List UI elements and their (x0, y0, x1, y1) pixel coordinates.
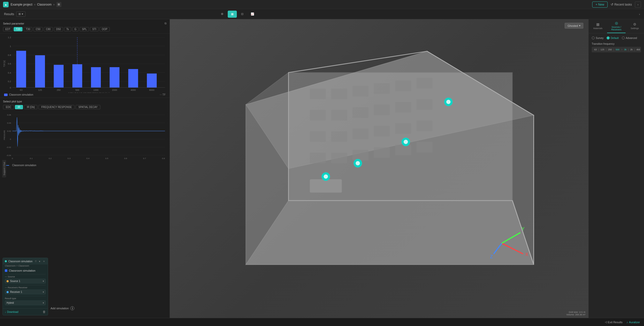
param-btn-d50[interactable]: D50 (54, 27, 63, 31)
results-dropdown[interactable]: ⊞ ▾ (16, 11, 26, 17)
freq-63[interactable]: 63 (593, 48, 598, 51)
tab-materials[interactable]: ▦ Materials (589, 19, 607, 33)
svg-rect-56 (353, 86, 369, 97)
param-btn-spl[interactable]: SPL (80, 27, 89, 31)
view-3d-canvas: X Y Z Ghosted ▾ Grid size: 1×1 m Volume:… (170, 19, 588, 318)
ghosted-button[interactable]: Ghosted ▾ (565, 23, 583, 29)
sim-panel-header: Classroom simulation ⠿ ▾ × (3, 258, 48, 265)
svg-rect-68 (353, 128, 369, 139)
sim-body: Classroom simulation — Source Source 1 ▾… (3, 268, 48, 308)
bar-63 (16, 51, 26, 88)
freq-3k[interactable]: 3k (623, 48, 628, 51)
plot-btn-ir-db[interactable]: IR [Db] (24, 105, 37, 109)
tab-settings-label: Settings (631, 27, 639, 30)
sim-name-row: Classroom simulation (5, 269, 46, 272)
svg-rect-65 (417, 99, 432, 110)
delete-icon[interactable]: 🗑 (43, 310, 46, 314)
add-sim-info-icon[interactable]: ℹ (70, 306, 74, 310)
param-btn-c50[interactable]: C50 (33, 27, 42, 31)
freq-500[interactable]: 500 (615, 48, 620, 51)
svg-text:Y: Y (521, 226, 525, 231)
param-btn-ts[interactable]: Ts (64, 27, 71, 31)
svg-rect-74 (353, 150, 369, 161)
grid-info: Grid size: 1×1 m Volume: 269.36 m³ (566, 311, 585, 316)
results-grid-icon: ⊞ (18, 12, 21, 16)
result-type-label: Result type (5, 296, 46, 300)
download-icon: ↓ (5, 311, 6, 313)
svg-rect-70 (395, 123, 411, 134)
radio-advanced[interactable]: Advanced (622, 36, 637, 39)
plot-btn-ir[interactable]: IR (15, 105, 23, 109)
plot-btn-spatial-decay[interactable]: SPATIAL DECAY (76, 105, 100, 109)
toolbar-grid-icon-btn[interactable]: ▦ (228, 11, 237, 18)
bar-1000 (91, 67, 101, 88)
tab-sources-receivers-label: Sources / Receivers (608, 26, 625, 31)
param-btn-oop[interactable]: OOP (100, 27, 110, 31)
breadcrumb-sep1: » (34, 3, 36, 6)
sim-panel-controls: ⠿ ▾ × (35, 259, 46, 263)
svg-rect-71 (417, 121, 432, 131)
sim-minimize-btn[interactable]: ▾ (38, 259, 41, 263)
plot-btn-edc[interactable]: EDC (3, 105, 14, 109)
svg-rect-55 (331, 89, 347, 99)
result-type-select[interactable]: Hybrid ▾ (5, 300, 46, 305)
radio-default[interactable]: Default (607, 36, 619, 39)
breadcrumb-icon-btn[interactable]: ⊞ (56, 2, 61, 7)
add-sim-label: Add simulation (51, 307, 69, 310)
view-3d[interactable]: X Y Z Ghosted ▾ Grid size: 1×1 m Volume:… (170, 19, 588, 318)
radio-survey-dot (592, 36, 595, 39)
toolbar-view-icon-btn[interactable]: ⊡ (238, 11, 247, 18)
param-btn-c80[interactable]: C80 (44, 27, 53, 31)
sim-title-row: Classroom simulation (5, 260, 33, 263)
param-btn-t30[interactable]: T30 (24, 27, 32, 31)
receiver-dot (7, 291, 9, 293)
toolbar-chart-icon-btn[interactable]: 📈 (248, 11, 257, 18)
right-panel-tabs: ▦ Materials ◎ Sources / Receivers ⚙ Sett… (589, 19, 644, 33)
project-name[interactable]: Example project (11, 3, 32, 6)
auralizer-btn[interactable]: ♪ Auralizer (627, 320, 640, 324)
support-chat-tab[interactable]: Support Chat (2, 160, 6, 177)
freq-125[interactable]: 125 (600, 48, 605, 51)
bar-4000 (128, 69, 138, 88)
toolbar-settings-icon-btn[interactable]: ⚙ (218, 11, 227, 18)
source-select[interactable]: Source 1 ▾ (5, 279, 46, 284)
bar-chart-svg: 1.2 1 0.8 0.6 0.4 0.2 0 T20 [s] (2, 35, 168, 93)
svg-text:4000: 4000 (131, 89, 136, 91)
ir-chart-svg: 0.06 0.04 0.02 0 -0.02 -0.04 PRESSURE 0 … (2, 112, 168, 160)
receiver-value: Receiver 1 (10, 291, 22, 293)
svg-text:2000: 2000 (112, 89, 117, 91)
toolbar: Results ⊞ ▾ ⚙ ▦ ⊡ 📈 › (0, 9, 644, 19)
new-button[interactable]: + New (592, 2, 607, 8)
tf-button[interactable]: ··· TF (160, 93, 166, 96)
top-bar: ▲ Example project » Classroom » ⊞ + New … (0, 0, 644, 9)
recent-tasks-btn[interactable]: ↺ Recent tasks (611, 3, 632, 6)
add-simulation-area[interactable]: Add simulation ℹ (51, 306, 74, 310)
sim-close-btn[interactable]: × (42, 259, 46, 263)
result-type-value: Hybrid (7, 301, 14, 304)
tab-settings[interactable]: ⚙ Settings (626, 19, 644, 33)
radio-survey[interactable]: Survey (592, 36, 604, 39)
param-copy-icon[interactable]: ⧉ (165, 22, 167, 25)
expand-button[interactable]: › (635, 2, 641, 8)
download-button[interactable]: ↓ Download (5, 311, 18, 313)
freq-250[interactable]: 250 (607, 48, 613, 51)
param-btn-g[interactable]: G (72, 27, 79, 31)
grid-size: Grid size: 1×1 m (566, 311, 585, 313)
svg-point-86 (324, 175, 328, 179)
app-logo: ▲ (3, 2, 9, 7)
exit-results-btn[interactable]: ◁ Exit Results (605, 320, 623, 324)
param-btn-edt[interactable]: EDT (3, 27, 13, 31)
room-3d-svg: X Y Z (170, 19, 588, 318)
param-btn-t20[interactable]: T20 (14, 27, 22, 31)
param-btn-sti[interactable]: STI (90, 27, 99, 31)
room-name[interactable]: Classroom (37, 3, 52, 6)
svg-text:0: 0 (12, 157, 13, 160)
top-bar-right: + New ↺ Recent tasks › (592, 2, 641, 8)
freq-4k8[interactable]: 4k8 (635, 48, 641, 51)
tab-sources-receivers[interactable]: ◎ Sources / Receivers (607, 19, 626, 33)
freq-2k[interactable]: 2k (629, 48, 634, 51)
radio-advanced-dot (622, 36, 625, 39)
svg-rect-78 (310, 179, 342, 193)
receivers-select[interactable]: Receiver 1 ▾ (5, 290, 46, 294)
plot-btn-freq-response[interactable]: FREQUENCY RESPONSE (38, 105, 75, 109)
